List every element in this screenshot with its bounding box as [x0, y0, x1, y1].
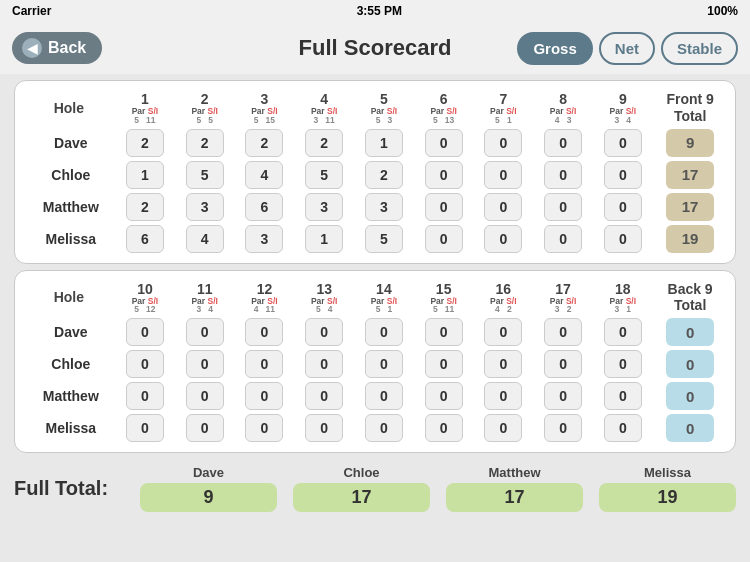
- score-cell[interactable]: 2: [117, 129, 174, 157]
- hole10-header: 10Par S/I5 12: [117, 281, 174, 315]
- score-cell[interactable]: 0: [117, 318, 174, 346]
- chloe-total-name: Chloe: [343, 465, 379, 480]
- score-cell[interactable]: 0: [535, 318, 592, 346]
- score-cell[interactable]: 0: [296, 350, 353, 378]
- table-row: Matthew23633000017: [24, 193, 726, 221]
- score-cell[interactable]: 0: [475, 193, 532, 221]
- score-cell[interactable]: 0: [475, 161, 532, 189]
- score-cell[interactable]: 0: [475, 129, 532, 157]
- battery-label: 100%: [707, 4, 738, 18]
- score-cell[interactable]: 2: [236, 129, 293, 157]
- melissa-total-name: Melissa: [644, 465, 691, 480]
- score-cell[interactable]: 6: [117, 225, 174, 253]
- score-cell[interactable]: 1: [296, 225, 353, 253]
- score-cell[interactable]: 6: [236, 193, 293, 221]
- score-cell[interactable]: 5: [296, 161, 353, 189]
- score-cell[interactable]: 0: [415, 161, 472, 189]
- melissa-total-box: 19: [599, 483, 736, 512]
- matthew-total-box: 17: [446, 483, 583, 512]
- mode-gross-button[interactable]: Gross: [517, 32, 592, 65]
- score-cell[interactable]: 3: [356, 193, 413, 221]
- score-cell[interactable]: 0: [415, 129, 472, 157]
- score-cell[interactable]: 0: [475, 350, 532, 378]
- score-cell[interactable]: 3: [176, 193, 233, 221]
- score-cell[interactable]: 0: [176, 318, 233, 346]
- score-cell[interactable]: 0: [356, 414, 413, 442]
- score-cell[interactable]: 0: [356, 382, 413, 410]
- score-cell[interactable]: 0: [535, 414, 592, 442]
- score-cell[interactable]: 0: [236, 382, 293, 410]
- back-button[interactable]: ◀ Back: [12, 32, 102, 64]
- score-cell[interactable]: 3: [236, 225, 293, 253]
- matthew-total-col: Matthew 17: [446, 465, 583, 512]
- hole9-header: 9Par S/I3 4: [594, 91, 651, 125]
- score-cell[interactable]: 0: [356, 318, 413, 346]
- matthew-total-name: Matthew: [489, 465, 541, 480]
- score-cell[interactable]: 0: [415, 350, 472, 378]
- score-cell[interactable]: 0: [296, 414, 353, 442]
- score-cell[interactable]: 5: [356, 225, 413, 253]
- player-name: Matthew: [24, 193, 114, 221]
- score-cell[interactable]: 0: [535, 382, 592, 410]
- score-cell[interactable]: 0: [415, 225, 472, 253]
- mode-stable-button[interactable]: Stable: [661, 32, 738, 65]
- score-cell[interactable]: 0: [117, 350, 174, 378]
- score-cell[interactable]: 0: [594, 350, 651, 378]
- table-row: Chloe0000000000: [24, 350, 726, 378]
- score-cell[interactable]: 0: [415, 382, 472, 410]
- score-cell[interactable]: 0: [176, 414, 233, 442]
- score-cell[interactable]: 0: [356, 350, 413, 378]
- score-cell[interactable]: 0: [594, 225, 651, 253]
- score-cell[interactable]: 0: [176, 382, 233, 410]
- score-cell[interactable]: 2: [356, 161, 413, 189]
- score-cell[interactable]: 1: [356, 129, 413, 157]
- score-cell[interactable]: 0: [236, 414, 293, 442]
- score-cell[interactable]: 0: [475, 225, 532, 253]
- score-cell[interactable]: 0: [594, 382, 651, 410]
- score-cell[interactable]: 0: [535, 350, 592, 378]
- hole17-header: 17Par S/I3 2: [535, 281, 592, 315]
- score-cell[interactable]: 0: [117, 414, 174, 442]
- score-cell[interactable]: 3: [296, 193, 353, 221]
- score-cell[interactable]: 0: [475, 414, 532, 442]
- hole4-header: 4Par S/I3 11: [296, 91, 353, 125]
- score-cell[interactable]: 2: [176, 129, 233, 157]
- score-cell[interactable]: 0: [475, 382, 532, 410]
- score-cell[interactable]: 4: [176, 225, 233, 253]
- score-cell[interactable]: 0: [296, 382, 353, 410]
- front9-total-cell: 9: [654, 129, 726, 157]
- score-cell[interactable]: 0: [296, 318, 353, 346]
- score-cell[interactable]: 0: [594, 193, 651, 221]
- score-cell[interactable]: 0: [415, 193, 472, 221]
- table-row: Melissa0000000000: [24, 414, 726, 442]
- score-cell[interactable]: 0: [236, 350, 293, 378]
- score-cell[interactable]: 0: [594, 161, 651, 189]
- score-cell[interactable]: 0: [535, 193, 592, 221]
- score-cell[interactable]: 0: [535, 129, 592, 157]
- status-bar: Carrier 3:55 PM 100%: [0, 0, 750, 22]
- score-cell[interactable]: 0: [594, 318, 651, 346]
- score-cell[interactable]: 0: [535, 225, 592, 253]
- hole13-header: 13Par S/I5 4: [296, 281, 353, 315]
- hole6-header: 6Par S/I5 13: [415, 91, 472, 125]
- score-cell[interactable]: 2: [117, 193, 174, 221]
- hole5-header: 5Par S/I5 3: [356, 91, 413, 125]
- score-cell[interactable]: 0: [176, 350, 233, 378]
- back9-total-cell: 0: [654, 382, 726, 410]
- hole16-header: 16Par S/I4 2: [475, 281, 532, 315]
- table-row: Chloe15452000017: [24, 161, 726, 189]
- score-cell[interactable]: 2: [296, 129, 353, 157]
- score-cell[interactable]: 0: [594, 414, 651, 442]
- score-cell[interactable]: 5: [176, 161, 233, 189]
- score-cell[interactable]: 4: [236, 161, 293, 189]
- score-cell[interactable]: 0: [236, 318, 293, 346]
- score-cell[interactable]: 0: [117, 382, 174, 410]
- score-cell[interactable]: 1: [117, 161, 174, 189]
- dave-total-col: Dave 9: [140, 465, 277, 512]
- score-cell[interactable]: 0: [415, 414, 472, 442]
- score-cell[interactable]: 0: [415, 318, 472, 346]
- mode-net-button[interactable]: Net: [599, 32, 655, 65]
- score-cell[interactable]: 0: [594, 129, 651, 157]
- score-cell[interactable]: 0: [475, 318, 532, 346]
- score-cell[interactable]: 0: [535, 161, 592, 189]
